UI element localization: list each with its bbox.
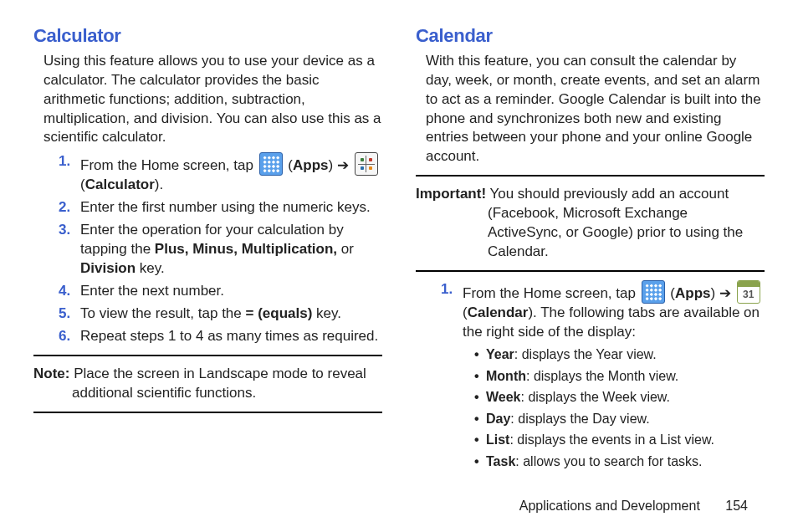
step-1: 1. From the Home screen, tap (Apps) ➔ (C… [441, 280, 765, 470]
text: key. [136, 260, 165, 276]
bullet-bold: Task [486, 454, 515, 468]
apps-label: Apps [293, 157, 329, 173]
list-item: Day: displays the Day view. [474, 410, 765, 428]
important-label: Important! [416, 186, 486, 202]
step-text: To view the result, tap the = (equals) k… [80, 305, 341, 321]
step-3: 3. Enter the operation for your calculat… [59, 221, 382, 279]
right-column: Calendar With this feature, you can cons… [416, 23, 765, 476]
bullet-bold: List [486, 432, 509, 447]
calendar-icon [737, 280, 760, 304]
list-item: List: displays the events in a List view… [474, 431, 765, 449]
text: To view the result, tap the [80, 305, 246, 321]
list-item: Task: allows you to search for tasks. [474, 453, 765, 471]
note: Note: Place the screen in Landscape mode… [33, 365, 382, 403]
section-title: Applications and Development [519, 499, 700, 513]
note-text: Place the screen in Landscape mode to re… [69, 366, 366, 401]
list-item: Week: displays the Week view. [474, 388, 765, 407]
bullet-text: : displays the Year view. [514, 347, 657, 361]
step-1: 1. From the Home screen, tap (Apps) ➔ (C… [59, 152, 382, 195]
step-text: Enter the operation for your calculation… [80, 222, 354, 276]
step-text: From the Home screen, tap (Apps) ➔ (Cale… [463, 285, 762, 340]
divider [416, 270, 765, 272]
calculator-steps: 1. From the Home screen, tap (Apps) ➔ (C… [59, 152, 382, 346]
bullet-text: : displays the events in a List view. [509, 432, 714, 447]
important-text: You should previously add an account (Fa… [486, 186, 743, 259]
calendar-tabs-list: Year: displays the Year view. Month: dis… [474, 345, 765, 471]
bullet-text: : allows you to search for tasks. [515, 454, 702, 468]
arrow: ➔ [715, 285, 734, 301]
divider [416, 175, 765, 176]
bullet-text: : displays the Week view. [521, 390, 670, 404]
step-2: 2. Enter the first number using the nume… [59, 198, 382, 217]
calendar-steps: 1. From the Home screen, tap (Apps) ➔ (C… [441, 280, 765, 470]
step-4: 4. Enter the next number. [59, 282, 382, 301]
bullet-bold: Week [486, 390, 521, 404]
list-item: Month: displays the Month view. [474, 367, 765, 386]
calendar-intro: With this feature, you can consult the c… [426, 52, 765, 167]
divider [33, 355, 382, 356]
step-text: Enter the next number. [80, 283, 224, 299]
calculator-icon [355, 152, 378, 176]
equals-bold: = (equals) [246, 305, 313, 321]
page-number: 154 [725, 499, 748, 513]
text: or [337, 241, 354, 257]
important-note: Important! You should previously add an … [416, 185, 765, 262]
step-6: 6. Repeat steps 1 to 4 as many times as … [59, 327, 382, 346]
bullet-bold: Year [486, 347, 514, 361]
note-label: Note: [33, 366, 69, 381]
step-text: Repeat steps 1 to 4 as many times as req… [80, 328, 378, 344]
text: From the Home screen, tap [463, 285, 640, 301]
apps-icon [259, 152, 283, 176]
bullet-text: : displays the Day view. [510, 412, 649, 426]
bullet-bold: Month [486, 369, 526, 383]
arrow: ➔ [333, 157, 352, 173]
page-footer: Applications and Development 154 [0, 497, 798, 515]
page-columns: Calculator Using this feature allows you… [0, 0, 798, 476]
calculator-intro: Using this feature allows you to use you… [43, 52, 382, 148]
bullet-bold: Day [486, 412, 510, 426]
text: key. [312, 305, 341, 321]
apps-label: Apps [675, 285, 711, 301]
calculator-label: Calculator [85, 176, 155, 192]
left-column: Calculator Using this feature allows you… [33, 23, 382, 476]
calculator-heading: Calculator [33, 23, 382, 49]
text: From the Home screen, tap [80, 157, 258, 173]
step-text: From the Home screen, tap (Apps) ➔ (Calc… [80, 157, 380, 192]
bullet-text: : displays the Month view. [526, 369, 678, 383]
list-item: Year: displays the Year view. [474, 345, 765, 364]
divider [33, 412, 382, 413]
division-bold: Division [80, 260, 136, 276]
calendar-label: Calendar [468, 304, 529, 320]
apps-icon [642, 280, 665, 304]
calendar-heading: Calendar [416, 23, 765, 49]
keys-bold: Plus, Minus, Multiplication, [155, 241, 337, 257]
step-text: Enter the first number using the numeric… [80, 199, 371, 215]
step-5: 5. To view the result, tap the = (equals… [59, 304, 382, 324]
